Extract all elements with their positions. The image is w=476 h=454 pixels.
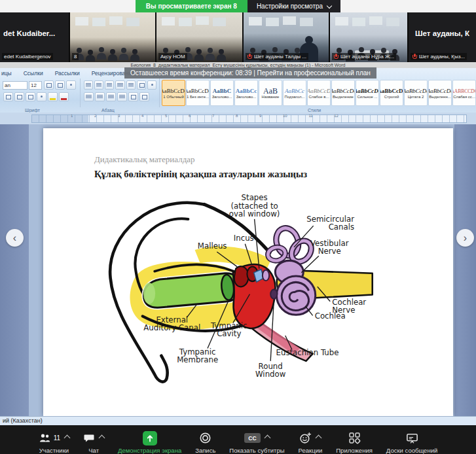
- chevron-up-icon[interactable]: [64, 435, 71, 442]
- align-center-button[interactable]: [95, 92, 105, 101]
- grow-font-button[interactable]: [44, 80, 54, 90]
- participant-overlay-name: det Kudaiber...: [3, 29, 69, 37]
- ruler-numbers: 1 2 3 4 5 6 7 8 9 10 11 12: [71, 113, 339, 120]
- video-scene: [335, 17, 348, 26]
- participant-video[interactable]: Ақсу НОМ: [156, 12, 242, 62]
- participant-name-label: Шет ауданы Нұра Ж...: [332, 53, 396, 60]
- bullets-button[interactable]: [84, 80, 93, 90]
- style-item[interactable]: AaBbCЗаголово...: [210, 80, 234, 106]
- view-settings-button[interactable]: Настройки просмотра: [247, 0, 340, 12]
- ear-anatomy-diagram: Stapes (attached to oval window) Semicir…: [96, 192, 377, 393]
- superscript-button[interactable]: [26, 92, 35, 101]
- horizontal-ruler[interactable]: 1 2 3 4 5 6 7 8 9 10 11 12: [0, 113, 476, 124]
- apps-icon: [348, 432, 361, 444]
- whiteboard-icon: [406, 432, 418, 444]
- style-item[interactable]: AaBbCcПодзагол...: [283, 80, 306, 106]
- document-heading: Құлақ бөліктерінің қазақша атауларын жаз…: [94, 169, 307, 180]
- next-button[interactable]: ›: [456, 229, 474, 247]
- participant-overlay-name: Шет ауданы, К: [415, 29, 476, 37]
- share-screen-icon: [143, 431, 157, 445]
- zoom-toolbar: 11 Участники Чат Демонстрац: [0, 425, 476, 454]
- style-item[interactable]: AaBbCcDc1 Без инте...: [186, 80, 210, 106]
- styles-group-label: Стили: [308, 108, 321, 113]
- label-tympanic-cavity: Cavity: [217, 329, 241, 338]
- numbering-button[interactable]: [94, 80, 103, 90]
- align-left-button[interactable]: [84, 92, 94, 101]
- participant-video[interactable]: det Kudaiber... edet Kudaibergenov: [0, 12, 69, 62]
- label-semicircular-canals: Canals: [329, 222, 354, 232]
- font-size-box[interactable]: 12: [29, 81, 42, 90]
- style-item[interactable]: AABBCCDCСлабая сс...: [452, 80, 476, 106]
- participants-button[interactable]: 11 Участники: [39, 430, 69, 454]
- style-item[interactable]: AaBbCcDСлабое в...: [307, 80, 331, 106]
- video-scene: [75, 17, 88, 26]
- clear-formatting-button[interactable]: [66, 80, 76, 90]
- video-strip: det Kudaiber... edet Kudaibergenov 8 Ақс…: [0, 12, 476, 62]
- prev-button[interactable]: ‹: [6, 229, 24, 247]
- participant-video[interactable]: Шет ауданы Нұра Ж...: [330, 12, 407, 62]
- cc-icon: CC: [244, 433, 261, 443]
- justify-button[interactable]: [117, 92, 127, 101]
- styles-gallery: AaBbCcDc1 Обычный AaBbCcDc1 Без инте... …: [160, 79, 476, 107]
- strikethrough-button[interactable]: [3, 92, 13, 101]
- ribbon-controls: an 12: [0, 79, 476, 107]
- language-bar: ий (Казахстан): [0, 416, 476, 426]
- chevron-up-icon[interactable]: [265, 435, 271, 442]
- share-screen-button[interactable]: Демонстрация экрана: [118, 430, 181, 454]
- style-item[interactable]: AaBbCcDcСильное ...: [356, 80, 379, 106]
- video-scene: [77, 48, 82, 53]
- shrink-font-button[interactable]: [55, 80, 65, 90]
- style-item[interactable]: AaBНазвание: [259, 80, 282, 106]
- ribbon-tab-mailings[interactable]: Рассылки: [49, 69, 86, 78]
- participant-video[interactable]: 8: [70, 12, 155, 62]
- change-case-button[interactable]: [37, 92, 46, 101]
- captions-button[interactable]: CC Показать субтитры: [229, 430, 284, 454]
- style-item[interactable]: AaBbCcЗаголово...: [234, 80, 258, 106]
- style-item[interactable]: AaBbCcDcСтрогий: [380, 80, 403, 106]
- style-item[interactable]: AaBbCcDcВыделение: [331, 80, 355, 106]
- font-group: an 12: [0, 79, 81, 107]
- video-scene: [163, 48, 168, 53]
- ribbon-tab-partial[interactable]: ицы: [0, 69, 18, 78]
- decrease-indent-button[interactable]: [115, 80, 124, 90]
- show-marks-button[interactable]: [147, 80, 156, 90]
- document-page[interactable]: Дидактикалық материалдар Құлақ бөліктері…: [43, 128, 453, 416]
- increase-indent-button[interactable]: [126, 80, 136, 90]
- document-subtitle: Дидактикалық материалдар: [94, 154, 195, 165]
- video-scene: [250, 48, 255, 53]
- chevron-up-icon[interactable]: [99, 435, 105, 442]
- participant-name-label: edet Kudaibergenov: [2, 53, 53, 60]
- record-button[interactable]: Запись: [195, 430, 215, 454]
- whiteboards-button[interactable]: Доски сообщений: [386, 430, 437, 454]
- font-name-box[interactable]: an: [3, 81, 27, 90]
- participant-name-label: Шет ауданы, Қыз...: [411, 53, 467, 60]
- document-area: ‹ › Дидактикалық материалдар Құлақ бөлік…: [0, 124, 476, 416]
- meeting-time-notification[interactable]: Оставшееся время конференции: 08:39 | Пе…: [124, 67, 376, 79]
- chat-icon: [83, 432, 95, 444]
- shading-button[interactable]: [139, 92, 149, 101]
- participant-video[interactable]: Шет ауданы, К Шет ауданы, Қыз...: [409, 12, 476, 62]
- font-color-button[interactable]: [59, 92, 69, 101]
- paragraph-group: [81, 79, 160, 107]
- multilevel-list-button[interactable]: [105, 80, 114, 90]
- participant-video[interactable]: Шет ауданы Талды ...: [244, 12, 329, 62]
- ribbon-tab-references[interactable]: Ссылки: [18, 69, 49, 78]
- muted-mic-icon: [334, 54, 339, 60]
- line-spacing-button[interactable]: [128, 92, 138, 101]
- viewing-screen-banner: Вы просматриваете экран 8: [136, 0, 247, 12]
- align-right-button[interactable]: [106, 92, 116, 101]
- chevron-down-icon: [327, 3, 332, 8]
- style-item[interactable]: AaBbCcDcВыделенн...: [428, 80, 452, 106]
- subscript-button[interactable]: [14, 92, 24, 101]
- font-group-label: Шрифт: [25, 108, 40, 113]
- style-item[interactable]: AaBbCcDc1 Обычный: [162, 80, 185, 106]
- viewing-banner-text: Вы просматриваете экран 8: [146, 3, 237, 10]
- chevron-up-icon[interactable]: [316, 435, 322, 442]
- chat-button[interactable]: Чат: [83, 430, 104, 454]
- highlight-color-button[interactable]: [48, 92, 58, 101]
- reactions-button[interactable]: Реакции: [299, 430, 323, 454]
- muted-mic-icon: [247, 54, 252, 60]
- apps-button[interactable]: Приложения: [336, 430, 373, 454]
- style-item[interactable]: AaBbCcDcЦитата 2: [404, 80, 428, 106]
- sort-button[interactable]: [137, 80, 146, 90]
